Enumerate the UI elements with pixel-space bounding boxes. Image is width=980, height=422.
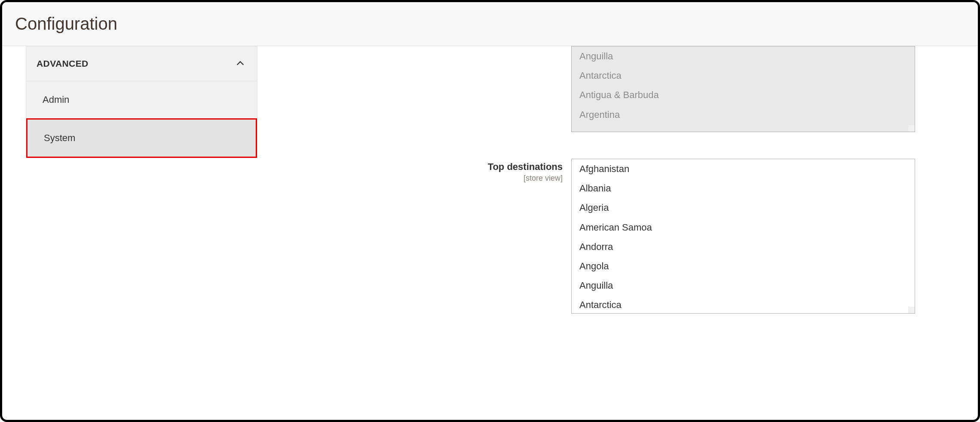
top-destinations-listbox[interactable]: AfghanistanAlbaniaAlgeriaAmerican SamoaA… [571, 159, 915, 314]
config-sidebar: ADVANCED Admin System [2, 46, 257, 412]
page-title: Configuration [15, 14, 978, 34]
highlight-box: System [26, 118, 257, 158]
list-option: Antigua & Barbuda [572, 85, 915, 105]
list-option[interactable]: Afghanistan [572, 159, 915, 179]
field-row-top-destinations: Top destinations [store view] Afghanista… [288, 159, 978, 314]
field-control-col-disabled: AnguillaAntarcticaAntigua & BarbudaArgen… [571, 46, 915, 132]
list-option[interactable]: Angola [572, 256, 915, 276]
field-label-col-top-destinations: Top destinations [store view] [288, 159, 571, 183]
sidebar-item-label: System [44, 132, 75, 143]
disabled-country-listbox: AnguillaAntarcticaAntigua & BarbudaArgen… [571, 46, 915, 132]
list-option[interactable]: Algeria [572, 198, 915, 217]
field-label-top-destinations: Top destinations [288, 161, 563, 172]
list-option[interactable]: Albania [572, 179, 915, 198]
list-option[interactable]: American Samoa [572, 218, 915, 237]
app-frame: Configuration ADVANCED Admin System [0, 0, 980, 422]
chevron-up-icon [236, 59, 245, 68]
field-control-col-top-destinations: AfghanistanAlbaniaAlgeriaAmerican SamoaA… [571, 159, 915, 314]
list-option: Anguilla [572, 46, 915, 66]
sidebar-section-head-advanced[interactable]: ADVANCED [26, 46, 257, 81]
list-option[interactable]: Anguilla [572, 276, 915, 295]
config-main: AnguillaAntarcticaAntigua & BarbudaArgen… [257, 46, 978, 412]
sidebar-item-admin[interactable]: Admin [26, 81, 257, 118]
field-row-disabled-list: AnguillaAntarcticaAntigua & BarbudaArgen… [288, 46, 978, 132]
field-label-col-empty [288, 46, 571, 49]
list-option: Argentina [572, 105, 915, 124]
list-option[interactable]: Andorra [572, 237, 915, 256]
list-option: Antarctica [572, 66, 915, 85]
content-area: ADVANCED Admin System [2, 46, 978, 412]
sidebar-item-label: Admin [43, 94, 69, 105]
sidebar-section-label: ADVANCED [37, 59, 89, 69]
page-header: Configuration [2, 2, 978, 46]
sidebar-section-advanced: ADVANCED Admin System [26, 46, 257, 158]
sidebar-item-system[interactable]: System [28, 120, 256, 157]
list-option[interactable]: Antarctica [572, 295, 915, 314]
field-scope-top-destinations: [store view] [288, 174, 563, 183]
